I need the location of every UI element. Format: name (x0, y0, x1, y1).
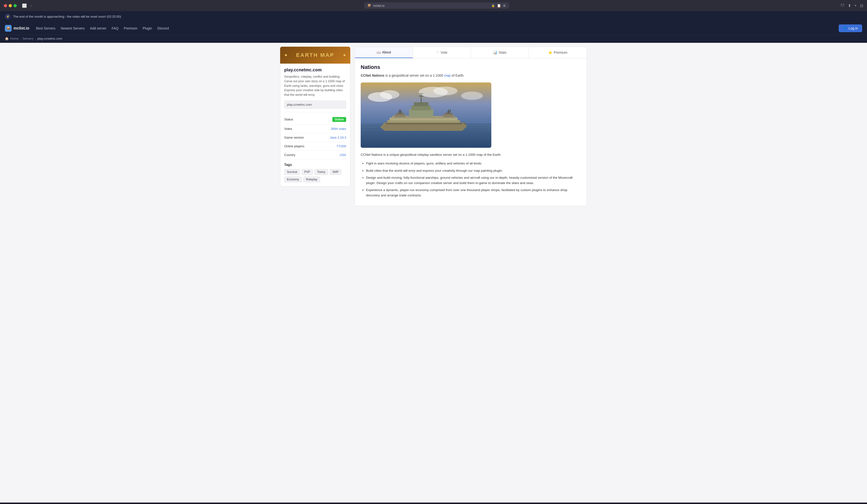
stat-row-country: Country USA (284, 151, 346, 159)
svg-rect-20 (395, 115, 405, 117)
share-icon: ⊕ (503, 4, 506, 8)
banner-text: The end of the month is approaching - th… (13, 15, 121, 18)
url-text: mclist.io (373, 4, 489, 8)
tab-stats[interactable]: 📊Stats (471, 47, 529, 58)
logo-icon: 📦 (5, 25, 12, 32)
maximize-button[interactable] (13, 4, 17, 7)
login-label: Log in (849, 26, 858, 30)
country-label: Country (284, 153, 296, 157)
svg-rect-23 (399, 109, 400, 112)
about-tab-label: About (382, 50, 391, 54)
breadcrumb-current: play.ccnetmc.com (37, 37, 62, 40)
shield-icon[interactable]: 🛡 (841, 3, 845, 8)
breadcrumb: 🏠 Home › Servers › play.ccnetmc.com (0, 35, 867, 43)
country-value: USA (340, 153, 346, 157)
map-link[interactable]: map (444, 74, 451, 77)
list-item: Design and build moving, fully-functiona… (366, 175, 581, 185)
tag-item[interactable]: Roleplay (303, 176, 320, 182)
close-button[interactable] (4, 4, 7, 7)
tabs: 📖About♡Vote📊Stats⭐Premium (355, 47, 587, 58)
bullet-list: Fight in wars involving dozens of player… (361, 161, 581, 198)
sidebar-toggle[interactable]: ⬜ (21, 3, 28, 9)
nav-best-servers[interactable]: Best Servers (36, 26, 55, 30)
lightning-icon: ⚡ (6, 15, 10, 18)
list-item: Fight in wars involving dozens of player… (366, 161, 581, 166)
address-bar[interactable]: 📦 mclist.io 🔒 📋 ⊕ (364, 2, 509, 9)
svg-rect-24 (400, 109, 401, 112)
svg-point-2 (380, 90, 399, 99)
svg-rect-25 (443, 115, 454, 117)
premium-tab-label: Premium (554, 51, 567, 54)
nav-plugin[interactable]: Plugin (143, 26, 152, 30)
svg-rect-18 (419, 96, 424, 96)
server-name: play.ccnetmc.com (284, 67, 346, 73)
svg-point-4 (433, 87, 458, 95)
nav-newest-servers[interactable]: Newest Servers (61, 26, 85, 30)
tag-item[interactable]: Towny (314, 169, 328, 175)
minimize-button[interactable] (9, 4, 12, 7)
server-stats: Status Online Votes 2694 votes Game vers… (284, 112, 346, 159)
stats-tab-icon: 📊 (493, 51, 497, 54)
tags-label: Tags (284, 163, 346, 167)
svg-rect-14 (409, 109, 433, 118)
brand-name: CCNet Nations (361, 74, 384, 77)
stat-row-players: Online players 77/200 (284, 142, 346, 151)
premium-tab-icon: ⭐ (548, 51, 552, 54)
browser-controls: ⬜ ‹ (21, 3, 33, 9)
nav-faq[interactable]: FAQ (112, 26, 119, 30)
status-label: Status (284, 118, 293, 121)
content-panel: Nations CCNet Nations is a geopolitical … (355, 58, 587, 206)
banner-dot-left (285, 54, 287, 56)
tags-list: SurvivalPVPTownySMPEconomyRoleplay (284, 169, 346, 182)
tag-item[interactable]: Economy (284, 176, 302, 182)
nav-add-server[interactable]: Add server (90, 26, 106, 30)
announcement-banner: ⚡ The end of the month is approaching - … (0, 11, 867, 22)
tab-premium[interactable]: ⭐Premium (529, 47, 587, 58)
breadcrumb-home[interactable]: Home (10, 37, 19, 40)
upload-icon[interactable]: ⬆ (848, 3, 851, 8)
breadcrumb-servers[interactable]: Servers (22, 37, 33, 40)
browser-right-controls: 🛡 ⬆ + ⊡ (841, 3, 863, 8)
login-icon: 👤 (843, 26, 847, 30)
site-icon: 📦 (367, 4, 371, 7)
svg-rect-29 (450, 109, 451, 112)
stat-row-status: Status Online (284, 115, 346, 125)
server-image (361, 83, 491, 148)
back-button[interactable]: ‹ (30, 3, 33, 8)
svg-rect-19 (419, 93, 423, 94)
nav-premium[interactable]: Premium (124, 26, 137, 30)
tag-item[interactable]: PVP (302, 169, 313, 175)
tab-vote[interactable]: ♡Vote (413, 47, 471, 58)
players-label: Online players (284, 144, 304, 148)
nav-logo[interactable]: 📦 mclist.io (5, 25, 29, 32)
version-value: Java 1.19.3 (330, 136, 346, 139)
windows-icon[interactable]: ⊡ (860, 3, 863, 8)
server-description: Geopolitics, roleplay, conflict and buil… (284, 75, 346, 97)
server-address-input[interactable] (284, 100, 346, 109)
reader-icon: 📋 (497, 4, 501, 8)
svg-rect-30 (386, 123, 466, 124)
tag-item[interactable]: Survival (284, 169, 300, 175)
content-area: 📖About♡Vote📊Stats⭐Premium Nations CCNet … (355, 47, 587, 206)
about-tab-icon: 📖 (377, 50, 381, 54)
tab-about[interactable]: 📖About (355, 47, 413, 58)
list-item: Build cities that the world will envy an… (366, 168, 581, 173)
nav-links: Best Servers Newest Servers Add server F… (36, 26, 169, 30)
votes-label: Votes (284, 127, 292, 131)
content-intro: CCNet Nations is a geopolitical server s… (361, 73, 581, 78)
main-nav: 📦 mclist.io Best Servers Newest Servers … (0, 22, 867, 35)
nav-discord[interactable]: Discord (158, 26, 169, 30)
svg-rect-28 (448, 109, 449, 112)
vote-tab-label: Vote (441, 51, 448, 54)
new-tab-icon[interactable]: + (854, 3, 857, 8)
traffic-lights (4, 4, 17, 7)
stat-row-version: Game version Java 1.19.3 (284, 133, 346, 142)
login-button[interactable]: 👤 Log in (839, 24, 862, 32)
content-description: CCNet Nations is a unique geopolitical r… (361, 152, 581, 158)
version-label: Game version (284, 136, 304, 139)
content-title: Nations (361, 64, 581, 71)
banner-icon: ⚡ (5, 13, 11, 19)
breadcrumb-sep-2: › (35, 37, 36, 40)
logo-text: mclist.io (13, 26, 29, 31)
tag-item[interactable]: SMP (330, 169, 341, 175)
